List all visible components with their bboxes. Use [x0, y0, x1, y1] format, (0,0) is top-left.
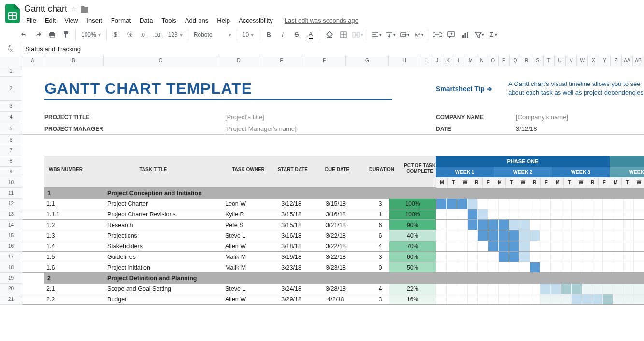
text-color-button[interactable]: A	[304, 28, 317, 42]
start-date-cell[interactable]: 3/23/18	[270, 262, 313, 272]
row-header[interactable]: 21	[0, 294, 22, 305]
fill-color-button[interactable]	[323, 28, 336, 42]
start-date-cell[interactable]: 3/18/18	[270, 241, 313, 251]
pct-complete-cell[interactable]: 60%	[389, 252, 436, 262]
select-all-corner[interactable]	[0, 56, 22, 66]
column-headers[interactable]: ABCDEFGHIJKLMNOPQRSTUVWXYZAAAB	[22, 56, 644, 66]
owner-cell[interactable]: Kylie R	[225, 209, 269, 219]
row-header[interactable]: 8	[0, 156, 22, 167]
menu-edit[interactable]: Edit	[41, 15, 59, 26]
menu-addons[interactable]: Add-ons	[181, 15, 212, 26]
task-title-cell[interactable]: Budget	[107, 294, 218, 304]
task-title-cell[interactable]: Research	[107, 220, 218, 230]
strike-button[interactable]: S	[290, 28, 303, 42]
dec-decimal-button[interactable]: .0_	[137, 28, 151, 42]
star-icon[interactable]: ☆	[71, 5, 77, 13]
filter-button[interactable]: ▾	[472, 28, 486, 42]
wbs-cell[interactable]: 1.5	[46, 252, 85, 262]
project-manager-value[interactable]: [Project Manager's name]	[225, 123, 370, 134]
gantt-cells[interactable]	[436, 241, 644, 251]
pct-complete-cell[interactable]: 100%	[389, 199, 436, 209]
tip-link[interactable]: Smartsheet Tip ➔	[436, 77, 503, 100]
row-header[interactable]: 11	[0, 188, 22, 199]
halign-button[interactable]: ▾	[370, 28, 383, 42]
gantt-cells[interactable]	[436, 294, 644, 304]
task-title-cell[interactable]: Project Charter Revisions	[107, 209, 218, 219]
row-header[interactable]: 12	[0, 199, 22, 209]
task-title-cell[interactable]: Scope and Goal Setting	[107, 284, 218, 294]
wbs-cell[interactable]: 1.1.1	[46, 209, 85, 219]
currency-button[interactable]: $	[109, 28, 123, 42]
valign-button[interactable]: ▾	[384, 28, 397, 42]
wrap-button[interactable]: ▾	[398, 28, 411, 42]
pct-complete-cell[interactable]: 50%	[389, 262, 436, 272]
owner-cell[interactable]: Leon W	[225, 199, 269, 209]
row-header[interactable]: 7	[0, 145, 22, 156]
row-header[interactable]: 14	[0, 220, 22, 230]
link-button[interactable]	[430, 28, 444, 42]
row-header[interactable]: 6	[0, 135, 22, 145]
merge-button[interactable]: ▾	[351, 28, 364, 42]
gantt-cells[interactable]	[436, 262, 644, 272]
due-date-cell[interactable]: 3/23/18	[314, 262, 358, 272]
menu-help[interactable]: Help	[213, 15, 234, 26]
pct-complete-cell[interactable]: 70%	[389, 241, 436, 251]
doc-title[interactable]: Gantt chart	[24, 4, 67, 14]
inc-decimal-button[interactable]: .00_	[151, 28, 165, 42]
task-title-cell[interactable]: Stakeholders	[107, 241, 218, 251]
due-date-cell[interactable]: 4/2/18	[314, 294, 358, 304]
date-value[interactable]: 3/12/18	[516, 123, 613, 134]
row-header[interactable]: 9	[0, 167, 22, 177]
due-date-cell[interactable]: 3/16/18	[314, 209, 358, 219]
start-date-cell[interactable]: 3/12/18	[270, 199, 313, 209]
gantt-cells[interactable]	[436, 252, 644, 262]
functions-button[interactable]: Σ▾	[487, 28, 500, 42]
wbs-cell[interactable]: 1.1	[46, 199, 85, 209]
paint-format-button[interactable]	[59, 28, 73, 42]
row-header[interactable]: 4	[0, 112, 22, 123]
start-date-cell[interactable]: 3/15/18	[270, 209, 313, 219]
gantt-cells[interactable]	[436, 209, 644, 219]
menu-view[interactable]: View	[60, 15, 82, 26]
wbs-cell[interactable]: 1.2	[46, 220, 85, 230]
start-date-cell[interactable]: 3/19/18	[270, 252, 313, 262]
print-button[interactable]	[45, 28, 59, 42]
rotate-button[interactable]: A▾	[412, 28, 425, 42]
pct-complete-cell[interactable]: 40%	[389, 230, 436, 241]
wbs-cell[interactable]: 2.2	[46, 294, 85, 304]
wbs-cell[interactable]: 1.3	[46, 230, 85, 241]
due-date-cell[interactable]: 3/28/18	[314, 284, 358, 294]
owner-cell[interactable]: Malik M	[225, 252, 269, 262]
owner-cell[interactable]: Pete S	[225, 220, 269, 230]
font-dropdown[interactable]: Roboto▾	[191, 28, 234, 42]
row-header[interactable]: 3	[0, 101, 22, 112]
folder-icon[interactable]	[81, 6, 88, 13]
company-name-value[interactable]: [Company's name]	[516, 112, 613, 123]
wbs-cell[interactable]: 1.4	[46, 241, 85, 251]
start-date-cell[interactable]: 3/15/18	[270, 220, 313, 230]
owner-cell[interactable]: Steve L	[225, 230, 269, 241]
number-format-dropdown[interactable]: 123▾	[165, 28, 186, 42]
row-header[interactable]: 5	[0, 123, 22, 135]
last-edit-link[interactable]: Last edit was seconds ago	[278, 15, 365, 26]
menu-file[interactable]: File	[22, 15, 40, 26]
menu-accessibility[interactable]: Accessibility	[235, 15, 277, 26]
gantt-cells[interactable]	[436, 220, 644, 230]
fontsize-dropdown[interactable]: 10▾	[240, 28, 257, 42]
task-title-cell[interactable]: Projections	[107, 230, 218, 241]
pct-complete-cell[interactable]: 100%	[389, 209, 436, 219]
owner-cell[interactable]: Allen W	[225, 294, 269, 304]
gantt-cells[interactable]	[436, 199, 644, 209]
due-date-cell[interactable]: 3/22/18	[314, 230, 358, 241]
start-date-cell[interactable]: 3/16/18	[270, 230, 313, 241]
due-date-cell[interactable]: 3/22/18	[314, 252, 358, 262]
italic-button[interactable]: I	[276, 28, 289, 42]
row-header[interactable]: 1	[0, 66, 22, 77]
gantt-cells[interactable]	[436, 284, 644, 294]
task-title-cell[interactable]: Project Initiation	[107, 262, 218, 272]
due-date-cell[interactable]: 3/22/18	[314, 241, 358, 251]
row-header[interactable]: 15	[0, 230, 22, 241]
borders-button[interactable]	[337, 28, 350, 42]
row-header[interactable]: 10	[0, 177, 22, 188]
pct-complete-cell[interactable]: 22%	[389, 284, 436, 294]
